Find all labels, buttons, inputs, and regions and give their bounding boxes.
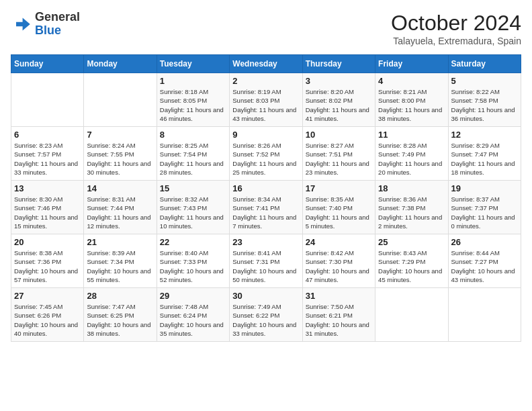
day-number: 24 [306, 237, 372, 247]
calendar-cell: 26Sunrise: 8:44 AM Sunset: 7:27 PM Dayli… [448, 234, 521, 288]
day-number: 1 [160, 76, 226, 86]
day-info: Sunrise: 8:26 AM Sunset: 7:52 PM Dayligh… [232, 141, 299, 177]
calendar-cell: 16Sunrise: 8:34 AM Sunset: 7:41 PM Dayli… [230, 181, 302, 234]
day-info: Sunrise: 8:21 AM Sunset: 8:00 PM Dayligh… [378, 87, 445, 123]
calendar-week-1: 6Sunrise: 8:23 AM Sunset: 7:57 PM Daylig… [11, 127, 521, 181]
day-info: Sunrise: 7:48 AM Sunset: 6:24 PM Dayligh… [160, 302, 226, 338]
calendar-cell: 17Sunrise: 8:35 AM Sunset: 7:40 PM Dayli… [302, 181, 375, 234]
calendar-cell: 30Sunrise: 7:49 AM Sunset: 6:22 PM Dayli… [230, 288, 302, 342]
day-number: 29 [160, 291, 226, 301]
calendar-cell: 12Sunrise: 8:29 AM Sunset: 7:47 PM Dayli… [448, 127, 521, 181]
day-number: 4 [378, 76, 445, 86]
day-number: 22 [160, 237, 226, 247]
svg-marker-0 [16, 17, 30, 30]
day-info: Sunrise: 8:27 AM Sunset: 7:51 PM Dayligh… [306, 141, 372, 177]
day-info: Sunrise: 8:35 AM Sunset: 7:40 PM Dayligh… [306, 195, 372, 230]
day-info: Sunrise: 8:25 AM Sunset: 7:54 PM Dayligh… [160, 141, 226, 177]
calendar-cell: 11Sunrise: 8:28 AM Sunset: 7:49 PM Dayli… [375, 127, 448, 181]
day-info: Sunrise: 8:22 AM Sunset: 7:58 PM Dayligh… [451, 87, 518, 123]
day-number: 16 [232, 183, 299, 193]
logo: General Blue [11, 11, 80, 38]
day-info: Sunrise: 8:31 AM Sunset: 7:44 PM Dayligh… [87, 195, 153, 230]
day-number: 5 [451, 76, 518, 86]
day-number: 31 [306, 291, 372, 301]
calendar-cell: 19Sunrise: 8:37 AM Sunset: 7:37 PM Dayli… [448, 181, 521, 234]
day-info: Sunrise: 8:37 AM Sunset: 7:37 PM Dayligh… [451, 195, 518, 230]
calendar-week-3: 20Sunrise: 8:38 AM Sunset: 7:36 PM Dayli… [11, 234, 521, 288]
calendar-cell: 23Sunrise: 8:41 AM Sunset: 7:31 PM Dayli… [230, 234, 302, 288]
weekday-header-sunday: Sunday [11, 55, 84, 73]
calendar-week-4: 27Sunrise: 7:45 AM Sunset: 6:26 PM Dayli… [11, 288, 521, 342]
weekday-header-saturday: Saturday [448, 55, 521, 73]
day-number: 8 [160, 130, 226, 140]
day-number: 9 [232, 130, 299, 140]
title-section: October 2024 Talayuela, Extremadura, Spa… [391, 11, 521, 46]
weekday-row: SundayMondayTuesdayWednesdayThursdayFrid… [11, 55, 521, 73]
day-info: Sunrise: 8:30 AM Sunset: 7:46 PM Dayligh… [14, 195, 81, 230]
calendar-cell: 9Sunrise: 8:26 AM Sunset: 7:52 PM Daylig… [230, 127, 302, 181]
calendar-cell: 2Sunrise: 8:19 AM Sunset: 8:03 PM Daylig… [230, 73, 302, 127]
calendar-cell: 15Sunrise: 8:32 AM Sunset: 7:43 PM Dayli… [157, 181, 229, 234]
calendar-cell: 7Sunrise: 8:24 AM Sunset: 7:55 PM Daylig… [84, 127, 157, 181]
day-number: 28 [87, 291, 153, 301]
day-number: 19 [451, 183, 518, 193]
calendar-cell: 4Sunrise: 8:21 AM Sunset: 8:00 PM Daylig… [375, 73, 448, 127]
weekday-header-wednesday: Wednesday [230, 55, 302, 73]
day-info: Sunrise: 7:50 AM Sunset: 6:21 PM Dayligh… [306, 302, 372, 338]
calendar-cell: 28Sunrise: 7:47 AM Sunset: 6:25 PM Dayli… [84, 288, 157, 342]
day-number: 15 [160, 183, 226, 193]
day-info: Sunrise: 8:18 AM Sunset: 8:05 PM Dayligh… [160, 87, 226, 123]
day-number: 20 [14, 237, 81, 247]
day-number: 12 [451, 130, 518, 140]
logo-icon [11, 13, 32, 35]
calendar-cell: 13Sunrise: 8:30 AM Sunset: 7:46 PM Dayli… [11, 181, 84, 234]
day-number: 17 [306, 183, 372, 193]
weekday-header-friday: Friday [375, 55, 448, 73]
day-number: 27 [14, 291, 81, 301]
header: General Blue October 2024 Talayuela, Ext… [11, 11, 521, 46]
weekday-header-monday: Monday [84, 55, 157, 73]
day-info: Sunrise: 8:43 AM Sunset: 7:29 PM Dayligh… [378, 248, 445, 284]
calendar-cell [375, 288, 448, 342]
day-info: Sunrise: 8:41 AM Sunset: 7:31 PM Dayligh… [232, 248, 299, 284]
calendar-cell: 27Sunrise: 7:45 AM Sunset: 6:26 PM Dayli… [11, 288, 84, 342]
calendar-cell: 6Sunrise: 8:23 AM Sunset: 7:57 PM Daylig… [11, 127, 84, 181]
day-number: 7 [87, 130, 153, 140]
day-number: 23 [232, 237, 299, 247]
day-info: Sunrise: 7:45 AM Sunset: 6:26 PM Dayligh… [14, 302, 81, 338]
calendar-cell: 8Sunrise: 8:25 AM Sunset: 7:54 PM Daylig… [157, 127, 229, 181]
calendar-cell: 22Sunrise: 8:40 AM Sunset: 7:33 PM Dayli… [157, 234, 229, 288]
calendar-cell: 5Sunrise: 8:22 AM Sunset: 7:58 PM Daylig… [448, 73, 521, 127]
day-info: Sunrise: 8:42 AM Sunset: 7:30 PM Dayligh… [306, 248, 372, 284]
location-subtitle: Talayuela, Extremadura, Spain [391, 36, 521, 46]
month-title: October 2024 [391, 11, 521, 36]
calendar-cell: 31Sunrise: 7:50 AM Sunset: 6:21 PM Dayli… [302, 288, 375, 342]
day-info: Sunrise: 8:38 AM Sunset: 7:36 PM Dayligh… [14, 248, 81, 284]
day-number: 10 [306, 130, 372, 140]
day-info: Sunrise: 8:20 AM Sunset: 8:02 PM Dayligh… [306, 87, 372, 123]
calendar-week-2: 13Sunrise: 8:30 AM Sunset: 7:46 PM Dayli… [11, 181, 521, 234]
logo-text: General Blue [35, 11, 80, 38]
weekday-header-thursday: Thursday [302, 55, 375, 73]
calendar-cell: 25Sunrise: 8:43 AM Sunset: 7:29 PM Dayli… [375, 234, 448, 288]
calendar-cell [84, 73, 157, 127]
day-info: Sunrise: 8:29 AM Sunset: 7:47 PM Dayligh… [451, 141, 518, 177]
calendar-cell: 14Sunrise: 8:31 AM Sunset: 7:44 PM Dayli… [84, 181, 157, 234]
day-info: Sunrise: 8:34 AM Sunset: 7:41 PM Dayligh… [232, 195, 299, 230]
day-info: Sunrise: 8:28 AM Sunset: 7:49 PM Dayligh… [378, 141, 445, 177]
calendar-table: SundayMondayTuesdayWednesdayThursdayFrid… [11, 54, 521, 342]
day-info: Sunrise: 8:39 AM Sunset: 7:34 PM Dayligh… [87, 248, 153, 284]
calendar-cell: 1Sunrise: 8:18 AM Sunset: 8:05 PM Daylig… [157, 73, 229, 127]
day-number: 18 [378, 183, 445, 193]
calendar-body: 1Sunrise: 8:18 AM Sunset: 8:05 PM Daylig… [11, 73, 521, 342]
day-number: 30 [232, 291, 299, 301]
day-info: Sunrise: 7:47 AM Sunset: 6:25 PM Dayligh… [87, 302, 153, 338]
day-info: Sunrise: 8:23 AM Sunset: 7:57 PM Dayligh… [14, 141, 81, 177]
calendar-cell: 18Sunrise: 8:36 AM Sunset: 7:38 PM Dayli… [375, 181, 448, 234]
day-info: Sunrise: 8:24 AM Sunset: 7:55 PM Dayligh… [87, 141, 153, 177]
day-info: Sunrise: 8:19 AM Sunset: 8:03 PM Dayligh… [232, 87, 299, 123]
day-info: Sunrise: 7:49 AM Sunset: 6:22 PM Dayligh… [232, 302, 299, 338]
calendar-week-0: 1Sunrise: 8:18 AM Sunset: 8:05 PM Daylig… [11, 73, 521, 127]
day-number: 13 [14, 183, 81, 193]
calendar-header: SundayMondayTuesdayWednesdayThursdayFrid… [11, 55, 521, 73]
